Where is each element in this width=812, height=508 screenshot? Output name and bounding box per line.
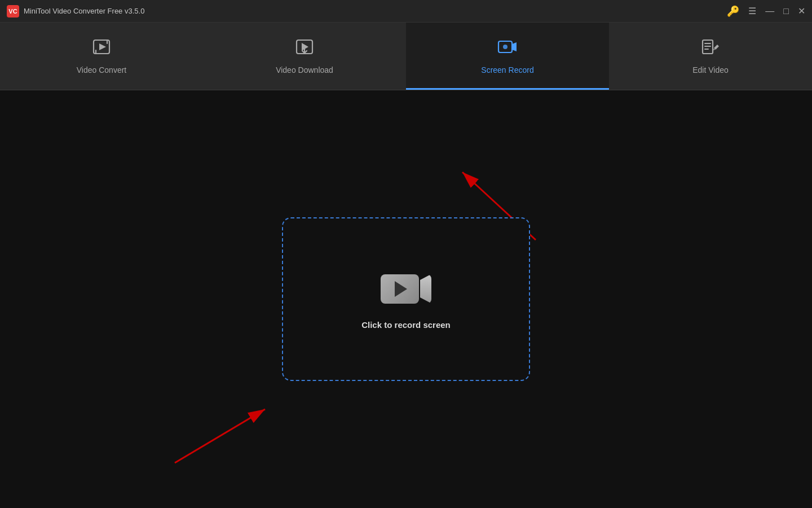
cam-lens: [420, 274, 431, 304]
video-download-icon: [294, 37, 315, 60]
tab-screen-record-label: Screen Record: [481, 65, 533, 75]
title-bar-controls: 🔑 ☰ — □ ✕: [727, 6, 805, 16]
title-bar-left: VC MiniTool Video Converter Free v3.5.0: [7, 5, 144, 17]
minimize-button[interactable]: —: [765, 7, 774, 16]
close-button[interactable]: ✕: [798, 7, 805, 16]
tab-edit-video[interactable]: Edit Video: [609, 23, 812, 90]
app-logo: VC: [7, 5, 19, 17]
title-bar: VC MiniTool Video Converter Free v3.5.0 …: [0, 0, 812, 23]
key-icon[interactable]: 🔑: [727, 6, 739, 16]
svg-line-15: [175, 409, 265, 463]
hamburger-icon[interactable]: ☰: [748, 7, 756, 16]
cam-body: [381, 274, 419, 304]
tab-screen-record[interactable]: Screen Record: [406, 23, 609, 90]
screen-record-icon: [497, 37, 518, 60]
nav-bar: Video Convert Video Download Screen Reco…: [0, 23, 812, 90]
tab-video-convert-label: Video Convert: [77, 65, 126, 75]
svg-marker-1: [99, 43, 106, 50]
video-convert-icon: [91, 37, 112, 60]
app-title: MiniTool Video Converter Free v3.5.0: [24, 7, 144, 15]
tab-video-convert[interactable]: Video Convert: [0, 23, 203, 90]
main-content: Click to record screen: [0, 90, 812, 508]
tab-video-download[interactable]: Video Download: [203, 23, 406, 90]
svg-point-7: [503, 45, 508, 49]
camera-icon: [381, 269, 431, 309]
record-box[interactable]: Click to record screen: [282, 217, 530, 381]
edit-video-icon: [700, 37, 721, 60]
maximize-button[interactable]: □: [783, 7, 789, 16]
record-label: Click to record screen: [361, 320, 451, 330]
tab-video-download-label: Video Download: [276, 65, 333, 75]
tab-edit-video-label: Edit Video: [692, 65, 729, 75]
play-triangle: [395, 281, 407, 297]
svg-marker-6: [512, 42, 517, 51]
